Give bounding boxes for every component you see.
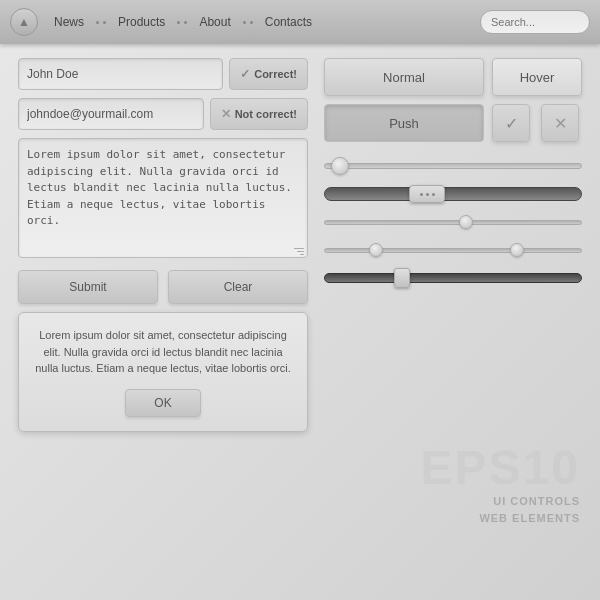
slider-5-thumb[interactable] (394, 268, 410, 288)
slider-4-thumb-left[interactable] (369, 243, 383, 257)
slider-section (324, 156, 582, 288)
button-grid: Normal Hover Push ✓ ✕ (324, 58, 582, 142)
email-input[interactable] (18, 98, 204, 130)
dialog-text: Lorem ipsum dolor sit amet, consectetur … (35, 327, 291, 377)
form-button-row: Submit Clear (18, 270, 308, 304)
cross-icon: ✕ (221, 107, 231, 121)
clear-button[interactable]: Clear (168, 270, 308, 304)
submit-button[interactable]: Submit (18, 270, 158, 304)
search-input[interactable] (480, 10, 590, 34)
main-content: ✓ Correct! ✕ Not correct! Lorem ipsum do… (0, 44, 600, 446)
slider-4-thumb-right[interactable] (510, 243, 524, 257)
ui-controls-label: UI CONTROLS (479, 493, 580, 511)
nav-separator (184, 21, 187, 24)
nav-separator (96, 21, 99, 24)
normal-button[interactable]: Normal (324, 58, 484, 96)
check-icon-button[interactable]: ✓ (492, 104, 530, 142)
checkmark-icon: ✓ (505, 114, 518, 133)
incorrect-button[interactable]: ✕ Not correct! (210, 98, 308, 130)
resize-line (294, 248, 304, 249)
slider-3[interactable] (324, 212, 582, 232)
right-panel: Normal Hover Push ✓ ✕ (324, 58, 582, 432)
slider-2-track (324, 187, 582, 201)
check-icon: ✓ (240, 67, 250, 81)
slider-3-track (324, 220, 582, 225)
hover-button[interactable]: Hover (492, 58, 582, 96)
email-input-row: ✕ Not correct! (18, 98, 308, 130)
nav-item-about[interactable]: About (191, 15, 238, 29)
slider-5-track (324, 273, 582, 283)
nav-separator (243, 21, 246, 24)
resize-handle[interactable] (294, 248, 304, 258)
textarea-wrap: Lorem ipsum dolor sit amet, consectetur … (18, 138, 308, 262)
grip-dot (420, 193, 423, 196)
resize-line (297, 251, 304, 252)
correct-button[interactable]: ✓ Correct! (229, 58, 308, 90)
push-button[interactable]: Push (324, 104, 484, 142)
incorrect-label: Not correct! (235, 108, 297, 120)
ui-label: UI CONTROLS WEB ELEMENTS (479, 493, 580, 528)
nav-items: News Products About Contacts (46, 15, 480, 29)
name-input-row: ✓ Correct! (18, 58, 308, 90)
nav-item-products[interactable]: Products (110, 15, 173, 29)
correct-label: Correct! (254, 68, 297, 80)
nav-separator (177, 21, 180, 24)
name-input[interactable] (18, 58, 223, 90)
slider-4[interactable] (324, 240, 582, 260)
nav-item-contacts[interactable]: Contacts (257, 15, 320, 29)
navbar: ▲ News Products About Contacts (0, 0, 600, 44)
web-elements-label: WEB ELEMENTS (479, 510, 580, 528)
slider-3-thumb[interactable] (459, 215, 473, 229)
dialog-box: Lorem ipsum dolor sit amet, consectetur … (18, 312, 308, 432)
nav-separator (103, 21, 106, 24)
main-textarea[interactable]: Lorem ipsum dolor sit amet, consectetur … (18, 138, 308, 258)
grip-dot (432, 193, 435, 196)
left-panel: ✓ Correct! ✕ Not correct! Lorem ipsum do… (18, 58, 308, 432)
slider-1[interactable] (324, 156, 582, 176)
nav-item-news[interactable]: News (46, 15, 92, 29)
ok-button[interactable]: OK (125, 389, 200, 417)
slider-2[interactable] (324, 184, 582, 204)
slider-5[interactable] (324, 268, 582, 288)
x-icon: ✕ (554, 114, 567, 133)
resize-line (300, 254, 304, 255)
eps-label: EPS10 (421, 444, 580, 492)
slider-1-thumb[interactable] (331, 157, 349, 175)
grip-dot (426, 193, 429, 196)
slider-4-track (324, 248, 582, 253)
close-icon-button[interactable]: ✕ (541, 104, 579, 142)
slider-1-track (324, 163, 582, 169)
nav-separator (250, 21, 253, 24)
nav-logo-icon[interactable]: ▲ (10, 8, 38, 36)
slider-2-thumb[interactable] (409, 185, 445, 203)
